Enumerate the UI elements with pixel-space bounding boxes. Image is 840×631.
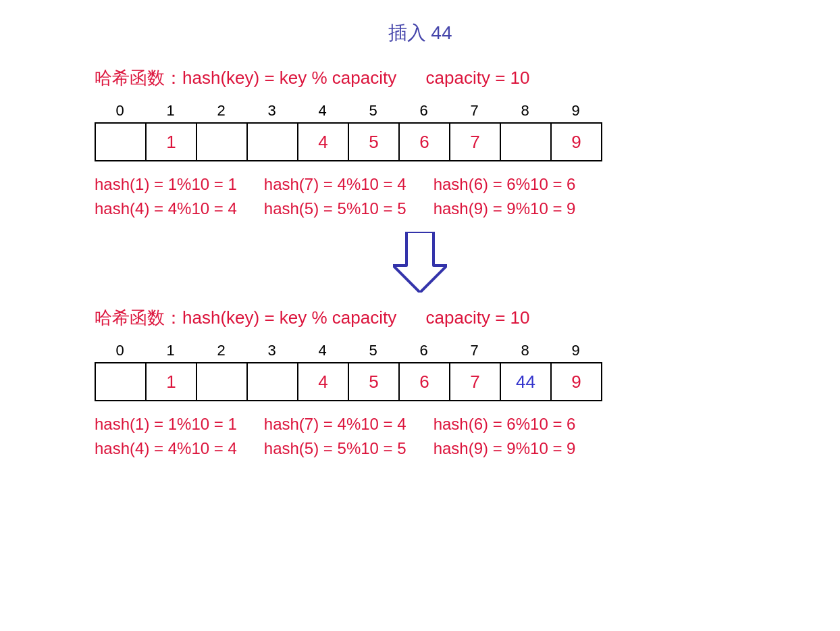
hash-expression: hash(5) = 5%10 = 5: [264, 439, 406, 458]
array-cell: [96, 362, 147, 401]
array-after: 0123456789 14567449: [95, 342, 813, 401]
cells-before: 145679: [95, 122, 602, 161]
indices-after: 0123456789: [95, 342, 601, 359]
index-label: 0: [95, 342, 145, 359]
formula-before-capacity: capacity = 10: [426, 68, 530, 88]
array-cell: 1: [147, 362, 197, 401]
array-cell: [248, 362, 298, 401]
array-cell: 4: [298, 122, 349, 161]
formula-after-capacity: capacity = 10: [426, 307, 530, 328]
array-cell: [197, 122, 248, 161]
array-cell: 4: [298, 362, 349, 401]
index-label: 2: [196, 102, 246, 120]
insert-title: 插入 44: [388, 22, 452, 43]
hash-line: hash(4) = 4%10 = 4hash(5) = 5%10 = 5hash…: [95, 439, 813, 458]
array-cell: 9: [552, 362, 602, 401]
section-after: 哈希函数：hash(key) = key % capacity capacity…: [27, 306, 813, 458]
index-label: 6: [398, 342, 449, 359]
index-label: 7: [449, 342, 500, 359]
array-cell: 6: [400, 362, 450, 401]
indices-before: 0123456789: [95, 102, 601, 120]
hash-expression: hash(6) = 6%10 = 6: [434, 175, 576, 194]
hash-line: hash(1) = 1%10 = 1hash(7) = 4%10 = 4hash…: [95, 415, 813, 434]
index-label: 4: [297, 102, 348, 120]
array-before: 0123456789 145679: [95, 102, 813, 161]
index-label: 6: [398, 102, 449, 120]
index-label: 1: [145, 102, 196, 120]
hash-expression: hash(5) = 5%10 = 5: [264, 199, 406, 218]
hash-lines-before: hash(1) = 1%10 = 1hash(7) = 4%10 = 4hash…: [95, 175, 813, 218]
array-cell: [248, 122, 298, 161]
index-label: 3: [246, 342, 297, 359]
index-label: 8: [500, 342, 550, 359]
index-label: 5: [348, 102, 398, 120]
hash-expression: hash(4) = 4%10 = 4: [95, 199, 237, 218]
hash-lines-after: hash(1) = 1%10 = 1hash(7) = 4%10 = 4hash…: [95, 415, 813, 458]
array-cell: [501, 122, 552, 161]
array-cell: 6: [400, 122, 450, 161]
index-label: 2: [196, 342, 246, 359]
hash-expression: hash(1) = 1%10 = 1: [95, 415, 237, 434]
array-cell: 5: [349, 362, 400, 401]
formula-before-prefix: 哈希函数：hash(key) = key % capacity: [95, 68, 396, 88]
array-cell: [96, 122, 147, 161]
hash-line: hash(1) = 1%10 = 1hash(7) = 4%10 = 4hash…: [95, 175, 813, 194]
hash-expression: hash(7) = 4%10 = 4: [264, 415, 406, 434]
formula-after: 哈希函数：hash(key) = key % capacity capacity…: [95, 306, 813, 330]
index-label: 4: [297, 342, 348, 359]
array-cell: 7: [450, 362, 501, 401]
arrow-down: [27, 232, 813, 293]
array-cell: 5: [349, 122, 400, 161]
index-label: 5: [348, 342, 398, 359]
array-cell: 9: [552, 122, 602, 161]
svg-marker-0: [393, 232, 447, 293]
hash-expression: hash(1) = 1%10 = 1: [95, 175, 237, 194]
hash-expression: hash(6) = 6%10 = 6: [434, 415, 576, 434]
index-label: 3: [246, 102, 297, 120]
array-cell: 7: [450, 122, 501, 161]
index-label: 0: [95, 102, 145, 120]
index-label: 1: [145, 342, 196, 359]
formula-before: 哈希函数：hash(key) = key % capacity capacity…: [95, 66, 813, 90]
cells-after: 14567449: [95, 362, 602, 401]
hash-line: hash(4) = 4%10 = 4hash(5) = 5%10 = 5hash…: [95, 199, 813, 218]
array-cell: 1: [147, 122, 197, 161]
index-label: 7: [449, 102, 500, 120]
array-cell: 44: [501, 362, 552, 401]
formula-after-prefix: 哈希函数：hash(key) = key % capacity: [95, 307, 396, 328]
index-label: 9: [550, 102, 601, 120]
hash-expression: hash(9) = 9%10 = 9: [434, 439, 576, 458]
index-label: 9: [550, 342, 601, 359]
index-label: 8: [500, 102, 550, 120]
hash-expression: hash(4) = 4%10 = 4: [95, 439, 237, 458]
array-cell: [197, 362, 248, 401]
section-before: 哈希函数：hash(key) = key % capacity capacity…: [27, 66, 813, 218]
hash-expression: hash(9) = 9%10 = 9: [434, 199, 576, 218]
hash-expression: hash(7) = 4%10 = 4: [264, 175, 406, 194]
